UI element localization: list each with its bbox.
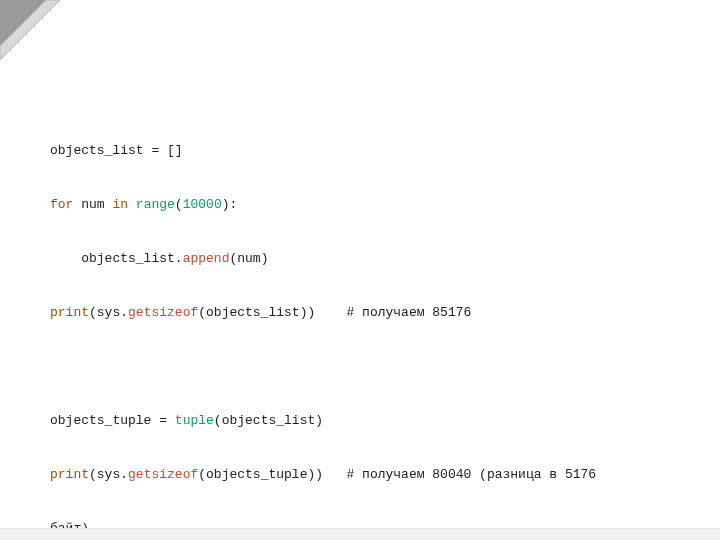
code-text: ): [222,197,238,212]
keyword: in [112,197,128,212]
builtin: range [136,197,175,212]
builtin: tuple [175,413,214,428]
builtin: print [50,467,89,482]
slide: objects_list = [] for num in range(10000… [0,0,720,528]
code-line: objects_tuple = tuple(objects_list) [50,412,670,430]
code-line [50,358,670,376]
corner-fold-icon [0,0,60,60]
code-text: (sys. [89,467,128,482]
code-text: (num) [229,251,268,266]
code-text: objects_list. [81,251,182,266]
svg-marker-2 [0,0,46,46]
number-literal: 10000 [183,197,222,212]
keyword: for [50,197,73,212]
code-line: print(sys.getsizeof(objects_list)) # пол… [50,304,670,322]
code-text: ( [175,197,183,212]
code-text: (objects_tuple)) # получаем 80040 (разни… [198,467,596,482]
code-text: (objects_list)) # получаем 85176 [198,305,471,320]
code-text [128,197,136,212]
code-text: num [73,197,112,212]
code-text: objects_list = [] [50,143,183,158]
code-text: (objects_list) [214,413,323,428]
method: getsizeof [128,305,198,320]
code-line: for num in range(10000): [50,196,670,214]
code-line: print(sys.getsizeof(objects_tuple)) # по… [50,466,670,484]
builtin: print [50,305,89,320]
method: getsizeof [128,467,198,482]
code-block: objects_list = [] for num in range(10000… [50,106,670,540]
code-line: байт) [50,520,670,538]
code-line: objects_list.append(num) [50,250,670,268]
code-text: байт) [50,521,89,536]
code-text: objects_tuple = [50,413,175,428]
method: append [183,251,230,266]
code-line: objects_list = [] [50,142,670,160]
code-text: (sys. [89,305,128,320]
